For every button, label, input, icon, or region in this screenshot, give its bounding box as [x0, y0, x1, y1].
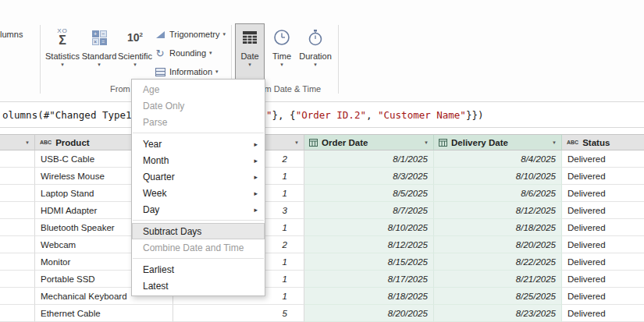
cell-status[interactable]: Delivered — [562, 253, 644, 271]
menu-item-latest[interactable]: Latest — [132, 278, 265, 294]
formula-bar[interactable]: olumns(#"Changed Type1", "}, {"Order ID.… — [0, 101, 644, 128]
scientific-button[interactable]: 102 Scientific ▾ — [117, 23, 153, 80]
cell-status[interactable]: Delivered — [562, 219, 644, 236]
cell-order-date[interactable]: 8/20/2025 — [304, 305, 434, 322]
cell-rownum[interactable] — [0, 253, 35, 271]
statistics-button[interactable]: ΧΟ Σ Statistics ▾ — [44, 23, 81, 80]
column-header-label: Status — [582, 138, 610, 147]
menu-item-quarter[interactable]: Quarter▸ — [132, 168, 265, 185]
cell-delivery-date[interactable]: 8/4/2025 — [434, 150, 562, 168]
filter-arrow-icon[interactable]: ▼ — [25, 140, 30, 145]
formula-segment: " — [266, 109, 272, 121]
filter-arrow-icon[interactable]: ▼ — [424, 140, 429, 145]
cell-status[interactable]: Delivered — [562, 305, 644, 322]
date-button[interactable]: Date ▾ — [235, 23, 265, 80]
trigonometry-button[interactable]: Trigonometry ▾ — [153, 25, 226, 44]
cell-rownum[interactable] — [0, 168, 35, 185]
column-header-rownum[interactable]: ▼ — [0, 134, 35, 150]
cell-rownum[interactable] — [0, 288, 35, 305]
menu-item-month[interactable]: Month▸ — [132, 152, 265, 168]
cell-delivery-date[interactable]: 8/21/2025 — [434, 271, 562, 288]
cell-order-date[interactable]: 8/7/2025 — [304, 202, 434, 219]
table-row: HDMI Adapter38/7/20258/12/2025Delivered — [0, 202, 644, 219]
cell-delivery-date[interactable]: 8/12/2025 — [434, 202, 562, 219]
menu-item-label: Combine Date and Time — [143, 242, 244, 253]
cell-order-date[interactable]: 8/15/2025 — [304, 253, 434, 271]
cell-order-date[interactable]: 8/12/2025 — [304, 236, 434, 253]
time-label: Time — [272, 51, 291, 61]
menu-item-week[interactable]: Week▸ — [132, 185, 265, 201]
menu-item-age: Age — [132, 81, 265, 97]
cell-order-date[interactable]: 8/10/2025 — [304, 219, 434, 236]
menu-separator — [133, 133, 264, 133]
rounding-button[interactable]: ↻ Rounding ▾ — [153, 44, 226, 62]
trigonometry-label: Trigonometry — [169, 30, 219, 39]
cell-rownum[interactable] — [0, 202, 35, 219]
table-row: Mechanical Keyboard18/18/20258/25/2025De… — [0, 288, 644, 305]
menu-item-parse: Parse — [132, 114, 265, 130]
menu-item-subtract-days[interactable]: Subtract Days — [132, 223, 265, 239]
power-query-window: Columns ΧΟ Σ Statistics ▾ + − × = St — [0, 0, 644, 322]
column-header-status[interactable]: ABC Status ▼ — [562, 134, 644, 150]
menu-item-earliest[interactable]: Earliest — [132, 261, 265, 278]
cell-rownum[interactable] — [0, 150, 35, 168]
formula-text-right: "}, {"Order ID.2", "Customer Name"}}) — [266, 109, 483, 121]
cell-status[interactable]: Delivered — [562, 288, 644, 305]
column-header-delivery-date[interactable]: Delivery Date ▼ — [434, 134, 562, 150]
cell-status[interactable]: Delivered — [562, 271, 644, 288]
time-button[interactable]: Time ▾ — [268, 23, 296, 80]
cell-order-date[interactable]: 8/18/2025 — [304, 288, 434, 305]
column-header-order-date[interactable]: Order Date ▼ — [304, 134, 434, 150]
filter-arrow-icon[interactable]: ▼ — [552, 140, 557, 145]
cell-status[interactable]: Delivered — [562, 185, 644, 202]
cell-rownum[interactable] — [0, 219, 35, 236]
cell-rownum[interactable] — [0, 271, 35, 288]
table-row: Wireless Mouse18/3/20258/10/2025Delivere… — [0, 168, 644, 185]
chevron-down-icon: ▾ — [133, 62, 137, 68]
cell-order-date[interactable]: 8/5/2025 — [304, 185, 434, 202]
cell-delivery-date[interactable]: 8/20/2025 — [434, 236, 562, 253]
standard-button[interactable]: + − × = Standard ▾ — [81, 23, 117, 80]
cell-order-date[interactable]: 8/3/2025 — [304, 168, 434, 185]
cell-rownum[interactable] — [0, 185, 35, 202]
cell-order-date[interactable]: 8/17/2025 — [304, 271, 434, 288]
cell-delivery-date[interactable]: 8/22/2025 — [434, 253, 562, 271]
cell-delivery-date[interactable]: 8/18/2025 — [434, 219, 562, 236]
ribbon: Columns ΧΟ Σ Statistics ▾ + − × = St — [0, 0, 644, 101]
cell-delivery-date[interactable]: 8/25/2025 — [434, 288, 562, 305]
cell-delivery-date[interactable]: 8/6/2025 — [434, 185, 562, 202]
cell-delivery-date[interactable]: 8/10/2025 — [434, 168, 562, 185]
information-icon — [153, 68, 167, 76]
date-type-icon — [439, 138, 447, 147]
menu-item-label: Month — [143, 155, 169, 166]
menu-item-label: Week — [143, 188, 166, 199]
cell-qty[interactable]: 5 — [173, 305, 304, 322]
statistics-label: Statistics — [45, 51, 80, 61]
menu-item-date-only: Date Only — [132, 97, 265, 114]
cell-status[interactable]: Delivered — [562, 236, 644, 253]
chevron-down-icon: ▾ — [61, 62, 64, 68]
table-row: Bluetooth Speaker18/10/20258/18/2025Deli… — [0, 219, 644, 236]
ribbon-group-separator — [40, 25, 41, 94]
columns-button-partial[interactable]: Columns — [0, 30, 23, 39]
cell-delivery-date[interactable]: 8/23/2025 — [434, 305, 562, 322]
data-preview-table: ▼ ABC Product ▼ ▼ Order Date ▼ — [0, 134, 644, 322]
filter-arrow-icon[interactable]: ▼ — [294, 140, 299, 145]
cell-status[interactable]: Delivered — [562, 168, 644, 185]
cell-rownum[interactable] — [0, 236, 35, 253]
cell-order-date[interactable]: 8/1/2025 — [304, 150, 434, 168]
cell-product[interactable]: Ethernet Cable — [35, 305, 173, 322]
calendar-icon — [241, 29, 258, 46]
submenu-arrow-icon: ▸ — [254, 157, 258, 165]
duration-button[interactable]: Duration ▾ — [297, 23, 333, 80]
information-label: Information — [169, 67, 212, 76]
date-label: Date — [240, 51, 258, 61]
menu-item-year[interactable]: Year▸ — [132, 136, 265, 152]
cell-rownum[interactable] — [0, 305, 35, 322]
formula-segment: , — [366, 109, 378, 121]
chevron-down-icon: ▾ — [314, 62, 317, 68]
cell-status[interactable]: Delivered — [562, 150, 644, 168]
cell-status[interactable]: Delivered — [562, 202, 644, 219]
standard-icon: + − × = — [92, 30, 107, 45]
menu-item-day[interactable]: Day▸ — [132, 201, 265, 218]
